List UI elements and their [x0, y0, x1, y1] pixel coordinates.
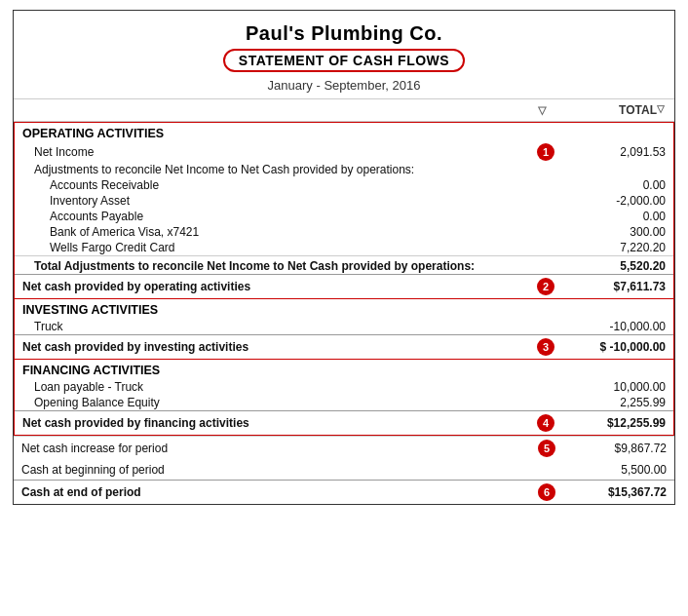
cash-beginning-row: Cash at beginning of period 5,500.00 — [14, 460, 674, 480]
cash-end-row: Cash at end of period 6 $15,367.72 — [14, 480, 674, 504]
net-income-row: Net Income 1 2,091.53 — [15, 142, 673, 162]
net-increase-label: Net cash increase for period — [21, 442, 538, 455]
net-increase-row: Net cash increase for period 5 $9,867.72 — [14, 437, 674, 460]
badge-1: 1 — [537, 143, 554, 161]
opening-balance-value: 2,255.99 — [558, 396, 666, 409]
report-container: Paul's Plumbing Co. STATEMENT OF CASH FL… — [13, 10, 675, 505]
total-column-header: TOTAL — [550, 103, 657, 117]
company-name: Paul's Plumbing Co. — [23, 22, 665, 45]
summary-section: Net cash increase for period 5 $9,867.72… — [14, 436, 674, 504]
net-income-value: 2,091.53 — [558, 145, 666, 159]
column-headers: ▽ TOTAL ▽ — [14, 99, 674, 122]
net-cash-financing-row: Net cash provided by financing activitie… — [15, 410, 673, 435]
report-period: January - September, 2016 — [23, 78, 665, 93]
wells-fargo-value: 7,220.20 — [558, 241, 666, 254]
truck-investing-value: -10,000.00 — [558, 320, 666, 333]
cash-beginning-label: Cash at beginning of period — [21, 463, 559, 477]
loan-payable-label: Loan payable - Truck — [34, 380, 558, 394]
opening-balance-row: Opening Balance Equity 2,255.99 — [15, 395, 673, 410]
cash-beginning-value: 5,500.00 — [559, 463, 667, 477]
badge-5: 5 — [538, 440, 555, 457]
accounts-payable-value: 0.00 — [558, 210, 666, 223]
badge-6: 6 — [538, 483, 555, 501]
loan-payable-value: 10,000.00 — [558, 380, 666, 394]
accounts-receivable-label: Accounts Receivable — [50, 178, 558, 192]
net-cash-operating-label: Net cash provided by operating activitie… — [22, 280, 537, 293]
bank-of-america-row: Bank of America Visa, x7421 300.00 — [15, 224, 673, 240]
net-cash-investing-row: Net cash provided by investing activitie… — [15, 334, 673, 359]
investing-section: INVESTING ACTIVITIES Truck -10,000.00 Ne… — [14, 299, 674, 360]
financing-section: FINANCING ACTIVITIES Loan payable - Truc… — [14, 360, 674, 436]
cash-end-label: Cash at end of period — [21, 485, 538, 499]
bank-of-america-value: 300.00 — [558, 225, 666, 239]
total-filter-icon[interactable]: ▽ — [657, 103, 665, 117]
operating-title: OPERATING ACTIVITIES — [15, 123, 673, 142]
badge-2: 2 — [537, 278, 554, 295]
net-cash-operating-row: Net cash provided by operating activitie… — [15, 274, 673, 298]
adjustments-label: Adjustments to reconcile Net Income to N… — [34, 163, 666, 176]
accounts-receivable-value: 0.00 — [558, 178, 666, 192]
net-cash-financing-value: $12,255.99 — [558, 416, 666, 430]
total-adjustments-row: Total Adjustments to reconcile Net Incom… — [15, 255, 673, 274]
net-cash-investing-label: Net cash provided by investing activitie… — [22, 340, 537, 354]
bank-of-america-label: Bank of America Visa, x7421 — [50, 225, 558, 239]
net-cash-financing-label: Net cash provided by financing activitie… — [22, 416, 537, 430]
loan-payable-row: Loan payable - Truck 10,000.00 — [15, 379, 673, 395]
operating-section: OPERATING ACTIVITIES Net Income 1 2,091.… — [14, 122, 674, 299]
accounts-payable-label: Accounts Payable — [50, 210, 558, 223]
net-cash-operating-value: $7,611.73 — [558, 280, 666, 293]
cash-end-value: $15,367.72 — [559, 485, 667, 499]
report-subtitle: STATEMENT OF CASH FLOWS — [223, 49, 465, 72]
total-adjustments-label: Total Adjustments to reconcile Net Incom… — [34, 259, 558, 273]
net-income-label: Net Income — [34, 145, 537, 159]
wells-fargo-label: Wells Fargo Credit Card — [50, 241, 558, 254]
report-header: Paul's Plumbing Co. STATEMENT OF CASH FL… — [14, 11, 674, 99]
filter-icon[interactable]: ▽ — [538, 103, 546, 117]
total-adjustments-value: 5,520.20 — [558, 259, 666, 273]
investing-title: INVESTING ACTIVITIES — [15, 299, 673, 319]
inventory-asset-value: -2,000.00 — [558, 194, 666, 208]
adjustments-label-row: Adjustments to reconcile Net Income to N… — [15, 162, 673, 177]
financing-title: FINANCING ACTIVITIES — [15, 360, 673, 379]
badge-3: 3 — [537, 338, 554, 356]
opening-balance-label: Opening Balance Equity — [34, 396, 558, 409]
truck-investing-label: Truck — [34, 320, 558, 333]
accounts-payable-row: Accounts Payable 0.00 — [15, 209, 673, 224]
inventory-asset-label: Inventory Asset — [50, 194, 558, 208]
inventory-asset-row: Inventory Asset -2,000.00 — [15, 193, 673, 209]
accounts-receivable-row: Accounts Receivable 0.00 — [15, 177, 673, 193]
wells-fargo-row: Wells Fargo Credit Card 7,220.20 — [15, 240, 673, 255]
badge-4: 4 — [537, 414, 554, 432]
net-cash-investing-value: $ -10,000.00 — [558, 340, 666, 354]
net-increase-value: $9,867.72 — [559, 442, 667, 455]
truck-investing-row: Truck -10,000.00 — [15, 319, 673, 334]
